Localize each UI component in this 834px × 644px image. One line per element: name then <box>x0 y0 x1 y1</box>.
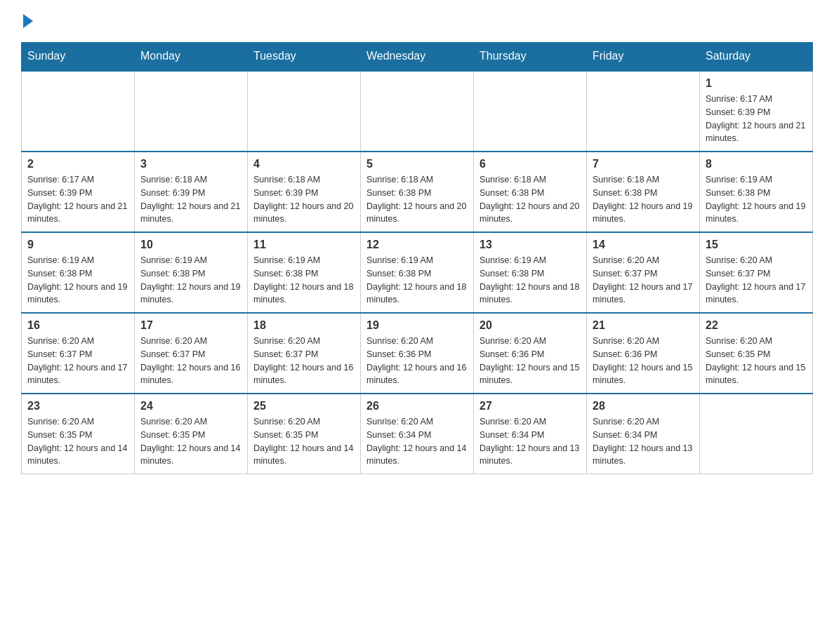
day-number: 9 <box>27 239 128 251</box>
calendar-header-row: SundayMondayTuesdayWednesdayThursdayFrid… <box>22 43 813 71</box>
day-info: Sunrise: 6:19 AM Sunset: 6:38 PM Dayligh… <box>140 254 241 307</box>
day-info: Sunrise: 6:20 AM Sunset: 6:37 PM Dayligh… <box>140 335 241 387</box>
day-info: Sunrise: 6:20 AM Sunset: 6:37 PM Dayligh… <box>253 335 355 387</box>
calendar-table: SundayMondayTuesdayWednesdayThursdayFrid… <box>21 42 813 474</box>
calendar-cell: 27Sunrise: 6:20 AM Sunset: 6:34 PM Dayli… <box>474 394 587 474</box>
calendar-cell: 15Sunrise: 6:20 AM Sunset: 6:37 PM Dayli… <box>700 232 813 313</box>
day-header-monday: Monday <box>135 43 248 71</box>
day-number: 16 <box>27 319 128 332</box>
day-number: 18 <box>253 319 355 332</box>
calendar-cell <box>474 71 587 152</box>
day-info: Sunrise: 6:18 AM Sunset: 6:38 PM Dayligh… <box>366 173 468 226</box>
calendar-cell: 3Sunrise: 6:18 AM Sunset: 6:39 PM Daylig… <box>135 152 248 232</box>
calendar-cell: 2Sunrise: 6:17 AM Sunset: 6:39 PM Daylig… <box>22 152 135 232</box>
day-info: Sunrise: 6:20 AM Sunset: 6:37 PM Dayligh… <box>593 254 694 307</box>
calendar-cell: 14Sunrise: 6:20 AM Sunset: 6:37 PM Dayli… <box>587 232 700 313</box>
day-info: Sunrise: 6:18 AM Sunset: 6:38 PM Dayligh… <box>479 173 581 226</box>
calendar-week-row: 16Sunrise: 6:20 AM Sunset: 6:37 PM Dayli… <box>22 313 813 394</box>
day-number: 21 <box>593 319 694 332</box>
day-number: 11 <box>253 239 355 251</box>
calendar-cell: 7Sunrise: 6:18 AM Sunset: 6:38 PM Daylig… <box>587 152 700 232</box>
calendar-cell: 6Sunrise: 6:18 AM Sunset: 6:38 PM Daylig… <box>474 152 587 232</box>
day-number: 7 <box>593 158 694 170</box>
day-number: 17 <box>140 319 241 332</box>
day-number: 1 <box>706 77 807 90</box>
calendar-cell: 12Sunrise: 6:19 AM Sunset: 6:38 PM Dayli… <box>361 232 474 313</box>
calendar-cell: 11Sunrise: 6:19 AM Sunset: 6:38 PM Dayli… <box>248 232 361 313</box>
calendar-cell: 17Sunrise: 6:20 AM Sunset: 6:37 PM Dayli… <box>135 313 248 394</box>
day-header-thursday: Thursday <box>474 43 587 71</box>
calendar-cell: 5Sunrise: 6:18 AM Sunset: 6:38 PM Daylig… <box>361 152 474 232</box>
calendar-cell: 8Sunrise: 6:19 AM Sunset: 6:38 PM Daylig… <box>700 152 813 232</box>
page-header <box>21 14 813 28</box>
day-header-sunday: Sunday <box>22 43 135 71</box>
calendar-cell: 1Sunrise: 6:17 AM Sunset: 6:39 PM Daylig… <box>700 71 813 152</box>
calendar-cell: 20Sunrise: 6:20 AM Sunset: 6:36 PM Dayli… <box>474 313 587 394</box>
calendar-cell: 9Sunrise: 6:19 AM Sunset: 6:38 PM Daylig… <box>22 232 135 313</box>
calendar-cell <box>587 71 700 152</box>
day-number: 19 <box>366 319 468 332</box>
logo-triangle-icon <box>23 14 33 28</box>
calendar-cell <box>135 71 248 152</box>
calendar-cell: 24Sunrise: 6:20 AM Sunset: 6:35 PM Dayli… <box>135 394 248 474</box>
calendar-cell: 13Sunrise: 6:19 AM Sunset: 6:38 PM Dayli… <box>474 232 587 313</box>
day-header-tuesday: Tuesday <box>248 43 361 71</box>
day-info: Sunrise: 6:20 AM Sunset: 6:36 PM Dayligh… <box>479 335 581 387</box>
calendar-cell: 4Sunrise: 6:18 AM Sunset: 6:39 PM Daylig… <box>248 152 361 232</box>
calendar-cell: 28Sunrise: 6:20 AM Sunset: 6:34 PM Dayli… <box>587 394 700 474</box>
calendar-week-row: 2Sunrise: 6:17 AM Sunset: 6:39 PM Daylig… <box>22 152 813 232</box>
day-info: Sunrise: 6:19 AM Sunset: 6:38 PM Dayligh… <box>366 254 468 307</box>
day-number: 23 <box>27 400 128 412</box>
day-number: 5 <box>366 158 468 170</box>
day-number: 2 <box>27 158 128 170</box>
calendar-cell <box>22 71 135 152</box>
day-info: Sunrise: 6:20 AM Sunset: 6:35 PM Dayligh… <box>253 415 355 468</box>
day-header-saturday: Saturday <box>700 43 813 71</box>
calendar-cell <box>361 71 474 152</box>
day-header-friday: Friday <box>587 43 700 71</box>
calendar-cell: 10Sunrise: 6:19 AM Sunset: 6:38 PM Dayli… <box>135 232 248 313</box>
day-number: 25 <box>253 400 355 412</box>
day-number: 24 <box>140 400 241 412</box>
day-number: 14 <box>593 239 694 251</box>
day-info: Sunrise: 6:20 AM Sunset: 6:34 PM Dayligh… <box>366 415 468 468</box>
day-info: Sunrise: 6:19 AM Sunset: 6:38 PM Dayligh… <box>253 254 355 307</box>
day-number: 12 <box>366 239 468 251</box>
calendar-cell: 19Sunrise: 6:20 AM Sunset: 6:36 PM Dayli… <box>361 313 474 394</box>
day-info: Sunrise: 6:20 AM Sunset: 6:35 PM Dayligh… <box>27 415 128 468</box>
day-number: 10 <box>140 239 241 251</box>
calendar-cell <box>700 394 813 474</box>
day-header-wednesday: Wednesday <box>361 43 474 71</box>
calendar-cell: 21Sunrise: 6:20 AM Sunset: 6:36 PM Dayli… <box>587 313 700 394</box>
day-info: Sunrise: 6:19 AM Sunset: 6:38 PM Dayligh… <box>479 254 581 307</box>
day-info: Sunrise: 6:20 AM Sunset: 6:37 PM Dayligh… <box>706 254 807 307</box>
day-number: 8 <box>706 158 807 170</box>
day-number: 15 <box>706 239 807 251</box>
day-info: Sunrise: 6:18 AM Sunset: 6:38 PM Dayligh… <box>593 173 694 226</box>
day-number: 22 <box>706 319 807 332</box>
day-info: Sunrise: 6:20 AM Sunset: 6:34 PM Dayligh… <box>479 415 581 468</box>
day-info: Sunrise: 6:20 AM Sunset: 6:36 PM Dayligh… <box>366 335 468 387</box>
day-number: 3 <box>140 158 241 170</box>
day-info: Sunrise: 6:18 AM Sunset: 6:39 PM Dayligh… <box>140 173 241 226</box>
calendar-week-row: 1Sunrise: 6:17 AM Sunset: 6:39 PM Daylig… <box>22 71 813 152</box>
day-info: Sunrise: 6:20 AM Sunset: 6:37 PM Dayligh… <box>27 335 128 387</box>
calendar-cell: 18Sunrise: 6:20 AM Sunset: 6:37 PM Dayli… <box>248 313 361 394</box>
day-number: 27 <box>479 400 581 412</box>
day-number: 6 <box>479 158 581 170</box>
day-info: Sunrise: 6:19 AM Sunset: 6:38 PM Dayligh… <box>27 254 128 307</box>
day-info: Sunrise: 6:20 AM Sunset: 6:36 PM Dayligh… <box>593 335 694 387</box>
day-number: 13 <box>479 239 581 251</box>
logo <box>21 14 33 28</box>
calendar-cell <box>248 71 361 152</box>
calendar-cell: 23Sunrise: 6:20 AM Sunset: 6:35 PM Dayli… <box>22 394 135 474</box>
calendar-cell: 16Sunrise: 6:20 AM Sunset: 6:37 PM Dayli… <box>22 313 135 394</box>
calendar-week-row: 9Sunrise: 6:19 AM Sunset: 6:38 PM Daylig… <box>22 232 813 313</box>
day-info: Sunrise: 6:18 AM Sunset: 6:39 PM Dayligh… <box>253 173 355 226</box>
day-info: Sunrise: 6:19 AM Sunset: 6:38 PM Dayligh… <box>706 173 807 226</box>
calendar-cell: 25Sunrise: 6:20 AM Sunset: 6:35 PM Dayli… <box>248 394 361 474</box>
day-number: 4 <box>253 158 355 170</box>
calendar-cell: 26Sunrise: 6:20 AM Sunset: 6:34 PM Dayli… <box>361 394 474 474</box>
calendar-cell: 22Sunrise: 6:20 AM Sunset: 6:35 PM Dayli… <box>700 313 813 394</box>
day-number: 20 <box>479 319 581 332</box>
